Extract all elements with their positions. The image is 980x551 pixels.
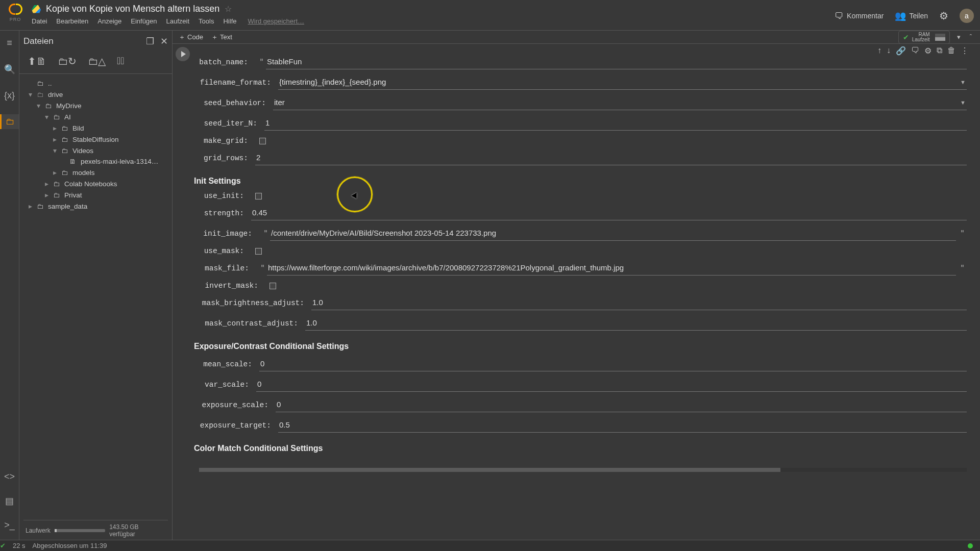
close-icon[interactable]: ✕	[160, 36, 168, 47]
quote-icon: "	[256, 264, 267, 273]
init-settings-heading: Init Settings	[194, 177, 967, 186]
use-mask-label: use_mask:	[199, 247, 251, 255]
mask-contrast-label: mask_contrast_adjust:	[199, 319, 305, 328]
disk-label: Laufwerk	[26, 527, 51, 534]
move-up-icon[interactable]: ↑	[877, 46, 881, 56]
menu-hilfe[interactable]: Hilfe	[223, 17, 236, 25]
gear-icon[interactable]: ⚙	[939, 10, 948, 22]
new-window-icon[interactable]: ❐	[146, 36, 154, 47]
disk-free: 143.50 GB verfügbar	[109, 523, 166, 538]
invert-mask-checkbox[interactable]	[270, 283, 276, 289]
run-button[interactable]	[176, 47, 190, 61]
notebook-toolbar: ＋Code ＋Text ✔ RAM Laufzeit ▾ ˆ	[173, 31, 980, 44]
tree-ai[interactable]: ▾AI	[23, 111, 168, 122]
make-grid-checkbox[interactable]	[259, 138, 266, 144]
mask-contrast-input[interactable]	[305, 316, 967, 331]
share-button[interactable]: 👥 Teilen	[895, 10, 928, 21]
more-icon[interactable]: ⋮	[961, 46, 969, 56]
status-seconds: 22 s	[13, 542, 26, 549]
tree-video-file[interactable]: pexels-maxi-leiva-1314…	[23, 156, 168, 167]
filename-format-value: {timestring}_{index}_{seed}.png	[279, 78, 386, 86]
check-icon: ✔	[903, 33, 909, 41]
refresh-icon[interactable]: 🗀↻	[58, 55, 77, 67]
batch-name-input[interactable]	[266, 55, 967, 69]
delete-cell-icon[interactable]: 🗑	[947, 46, 955, 56]
make-grid-label: make_grid:	[199, 137, 255, 145]
status-message: Abgeschlossen um 11:39	[33, 542, 107, 549]
document-title[interactable]: Kopie von Kopie von Mensch altern lassen	[46, 4, 219, 14]
mask-file-input[interactable]	[267, 261, 956, 276]
avatar[interactable]: a	[960, 9, 974, 23]
share-label: Teilen	[909, 12, 928, 20]
chevron-down-icon: ▼	[960, 79, 966, 85]
mask-brightness-input[interactable]	[311, 296, 967, 310]
exposure-scale-input[interactable]	[276, 398, 967, 412]
init-image-input[interactable]	[270, 227, 956, 241]
seed-iter-n-input[interactable]	[264, 116, 967, 131]
menu-einfuegen[interactable]: Einfügen	[131, 17, 157, 25]
menu-tools[interactable]: Tools	[199, 17, 214, 25]
left-rail: ≡ 🔍 {x} 🗀 <> ▤ >_	[0, 31, 19, 540]
menu-bearbeiten[interactable]: Bearbeiten	[56, 17, 88, 25]
rail-code-icon[interactable]: <>	[4, 469, 15, 484]
seed-behavior-select[interactable]: iter ▼	[273, 96, 967, 110]
mount-drive-icon[interactable]: 🗀△	[88, 55, 106, 67]
toggle-hidden-icon[interactable]: 👁⃠	[117, 55, 125, 67]
tree-models[interactable]: ▸models	[23, 167, 168, 178]
use-mask-checkbox[interactable]	[255, 248, 262, 255]
strength-label: strength:	[199, 209, 251, 217]
tree-sample[interactable]: ▸sample_data	[23, 201, 168, 212]
star-icon[interactable]: ☆	[225, 4, 232, 14]
collapse-icon[interactable]: ˆ	[968, 32, 974, 42]
tree-colabnb[interactable]: ▸Colab Notebooks	[23, 178, 168, 189]
connection-status[interactable]: ✔ RAM Laufzeit	[898, 31, 950, 44]
strength-input[interactable]	[251, 206, 967, 220]
comment-button[interactable]: 🗨 Kommentar	[835, 11, 884, 21]
rail-files-icon[interactable]: 🗀	[0, 114, 19, 129]
settings-cell-icon[interactable]: ⚙	[924, 46, 932, 56]
colab-logo[interactable]: PRO	[6, 3, 24, 22]
use-init-checkbox[interactable]	[255, 193, 262, 199]
rail-toc-icon[interactable]: ≡	[0, 36, 19, 51]
invert-mask-label: invert_mask:	[199, 282, 265, 290]
chevron-down-icon: ▼	[960, 99, 966, 106]
grid-rows-label: grid_rows:	[199, 154, 255, 162]
tree-mydrive[interactable]: ▾MyDrive	[23, 100, 168, 111]
check-icon: ✔	[0, 542, 6, 549]
resource-bars-icon	[935, 34, 945, 41]
filename-format-select[interactable]: {timestring}_{index}_{seed}.png ▼	[278, 76, 967, 90]
horizontal-scrollbar[interactable]	[173, 466, 980, 473]
upload-icon[interactable]: ⬆🗎	[28, 55, 46, 67]
tree-root[interactable]: ..	[23, 78, 168, 89]
disk-usage: Laufwerk 143.50 GB verfügbar	[23, 520, 168, 538]
connection-dropdown-icon[interactable]: ▾	[955, 32, 963, 42]
mask-file-label: mask_file:	[199, 264, 256, 272]
mirror-icon[interactable]: ⧉	[937, 46, 942, 56]
comment-cell-icon[interactable]: 🗨	[911, 46, 919, 56]
rail-command-icon[interactable]: ▤	[4, 493, 15, 509]
tree-stable[interactable]: ▸StableDiffusion	[23, 134, 168, 145]
mean-scale-input[interactable]	[259, 357, 967, 371]
tree-videos[interactable]: ▾Videos	[23, 145, 168, 156]
link-icon[interactable]: 🔗	[896, 46, 906, 56]
menu-datei[interactable]: Datei	[32, 17, 47, 25]
menu-laufzeit[interactable]: Laufzeit	[166, 17, 190, 25]
tree-privat[interactable]: ▸Privat	[23, 189, 168, 201]
grid-rows-input[interactable]	[255, 151, 967, 165]
rail-search-icon[interactable]: 🔍	[0, 62, 19, 77]
tree-drive[interactable]: ▾drive	[23, 89, 168, 100]
move-down-icon[interactable]: ↓	[887, 46, 891, 56]
menu-anzeige[interactable]: Anzeige	[97, 17, 121, 25]
drive-icon	[32, 5, 41, 13]
add-text-button[interactable]: ＋Text	[211, 33, 232, 42]
quote-icon: "	[956, 229, 967, 238]
runtime-label: Laufzeit	[912, 37, 930, 42]
exposure-target-input[interactable]	[278, 418, 967, 433]
rail-terminal-icon[interactable]: >_	[4, 518, 15, 533]
tree-bild[interactable]: ▸Bild	[23, 122, 168, 134]
comment-icon: 🗨	[835, 11, 844, 21]
add-code-button[interactable]: ＋Code	[179, 33, 203, 42]
seed-behavior-value: iter	[274, 98, 285, 107]
rail-variables-icon[interactable]: {x}	[0, 88, 19, 103]
var-scale-input[interactable]	[256, 378, 967, 392]
